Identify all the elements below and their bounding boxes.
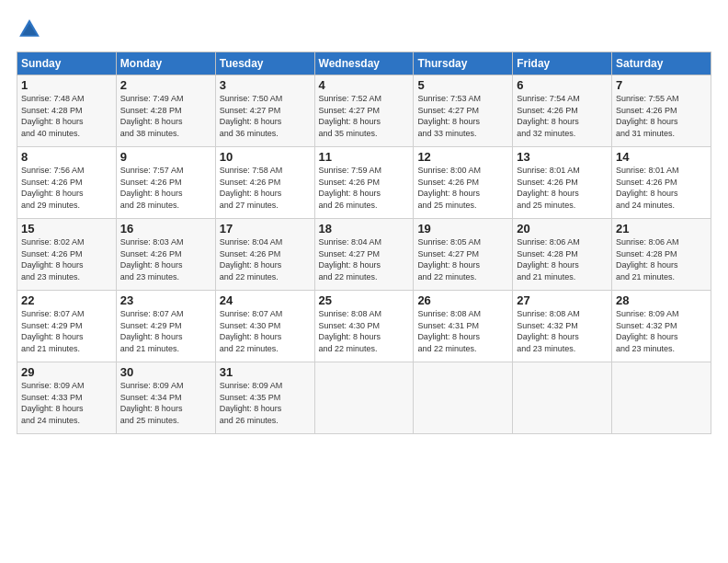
day-info: Sunrise: 8:00 AM Sunset: 4:26 PM Dayligh… bbox=[417, 166, 481, 210]
day-number: 27 bbox=[517, 293, 608, 307]
day-info: Sunrise: 7:53 AM Sunset: 4:27 PM Dayligh… bbox=[417, 94, 481, 138]
day-cell: 7Sunrise: 7:55 AM Sunset: 4:26 PM Daylig… bbox=[612, 75, 711, 147]
day-info: Sunrise: 8:09 AM Sunset: 4:34 PM Dayligh… bbox=[120, 381, 184, 425]
day-cell: 8Sunrise: 7:56 AM Sunset: 4:26 PM Daylig… bbox=[17, 147, 117, 219]
day-cell bbox=[414, 362, 513, 434]
day-cell: 2Sunrise: 7:49 AM Sunset: 4:28 PM Daylig… bbox=[116, 75, 215, 147]
week-row-2: 8Sunrise: 7:56 AM Sunset: 4:26 PM Daylig… bbox=[17, 147, 711, 219]
day-info: Sunrise: 8:08 AM Sunset: 4:31 PM Dayligh… bbox=[417, 309, 481, 353]
day-info: Sunrise: 7:54 AM Sunset: 4:26 PM Dayligh… bbox=[517, 94, 580, 138]
col-header-wednesday: Wednesday bbox=[314, 52, 414, 75]
day-number: 6 bbox=[517, 78, 608, 92]
day-info: Sunrise: 7:49 AM Sunset: 4:28 PM Dayligh… bbox=[120, 94, 184, 138]
day-cell: 9Sunrise: 7:57 AM Sunset: 4:26 PM Daylig… bbox=[116, 147, 215, 219]
day-number: 13 bbox=[517, 150, 608, 164]
day-info: Sunrise: 8:06 AM Sunset: 4:28 PM Dayligh… bbox=[616, 237, 679, 282]
day-number: 9 bbox=[120, 150, 211, 164]
day-cell: 27Sunrise: 8:08 AM Sunset: 4:32 PM Dayli… bbox=[513, 291, 612, 362]
week-row-5: 29Sunrise: 8:09 AM Sunset: 4:33 PM Dayli… bbox=[17, 362, 711, 434]
day-info: Sunrise: 8:09 AM Sunset: 4:35 PM Dayligh… bbox=[220, 381, 283, 425]
day-number: 8 bbox=[21, 150, 112, 164]
day-info: Sunrise: 7:56 AM Sunset: 4:26 PM Dayligh… bbox=[21, 166, 85, 210]
col-header-thursday: Thursday bbox=[414, 52, 513, 75]
day-number: 26 bbox=[417, 293, 508, 307]
col-header-sunday: Sunday bbox=[17, 52, 117, 75]
day-cell: 29Sunrise: 8:09 AM Sunset: 4:33 PM Dayli… bbox=[17, 362, 117, 434]
day-info: Sunrise: 7:48 AM Sunset: 4:28 PM Dayligh… bbox=[21, 94, 85, 138]
day-cell: 21Sunrise: 8:06 AM Sunset: 4:28 PM Dayli… bbox=[612, 219, 711, 291]
day-info: Sunrise: 8:06 AM Sunset: 4:28 PM Dayligh… bbox=[517, 237, 580, 282]
day-number: 29 bbox=[21, 365, 112, 379]
day-number: 19 bbox=[417, 222, 508, 236]
day-number: 23 bbox=[120, 293, 211, 307]
day-info: Sunrise: 8:09 AM Sunset: 4:32 PM Dayligh… bbox=[616, 309, 679, 353]
logo bbox=[17, 17, 46, 42]
day-info: Sunrise: 8:04 AM Sunset: 4:26 PM Dayligh… bbox=[220, 237, 283, 282]
day-info: Sunrise: 7:52 AM Sunset: 4:27 PM Dayligh… bbox=[319, 94, 382, 138]
day-cell: 1Sunrise: 7:48 AM Sunset: 4:28 PM Daylig… bbox=[17, 75, 117, 147]
day-number: 4 bbox=[319, 78, 410, 92]
day-cell bbox=[513, 362, 612, 434]
day-cell: 13Sunrise: 8:01 AM Sunset: 4:26 PM Dayli… bbox=[513, 147, 612, 219]
day-number: 3 bbox=[220, 78, 311, 92]
day-cell bbox=[314, 362, 414, 434]
day-cell: 15Sunrise: 8:02 AM Sunset: 4:26 PM Dayli… bbox=[17, 219, 117, 291]
day-info: Sunrise: 8:09 AM Sunset: 4:33 PM Dayligh… bbox=[21, 381, 85, 425]
day-info: Sunrise: 8:01 AM Sunset: 4:26 PM Dayligh… bbox=[616, 166, 679, 210]
week-row-1: 1Sunrise: 7:48 AM Sunset: 4:28 PM Daylig… bbox=[17, 75, 711, 147]
day-cell: 30Sunrise: 8:09 AM Sunset: 4:34 PM Dayli… bbox=[116, 362, 215, 434]
day-info: Sunrise: 8:02 AM Sunset: 4:26 PM Dayligh… bbox=[21, 237, 85, 282]
day-number: 21 bbox=[616, 222, 707, 236]
day-cell: 25Sunrise: 8:08 AM Sunset: 4:30 PM Dayli… bbox=[314, 291, 414, 362]
header bbox=[17, 17, 711, 42]
logo-icon bbox=[17, 17, 42, 42]
week-row-3: 15Sunrise: 8:02 AM Sunset: 4:26 PM Dayli… bbox=[17, 219, 711, 291]
day-info: Sunrise: 8:05 AM Sunset: 4:27 PM Dayligh… bbox=[417, 237, 481, 282]
col-header-tuesday: Tuesday bbox=[215, 52, 314, 75]
day-info: Sunrise: 8:08 AM Sunset: 4:32 PM Dayligh… bbox=[517, 309, 580, 353]
day-cell: 16Sunrise: 8:03 AM Sunset: 4:26 PM Dayli… bbox=[116, 219, 215, 291]
day-cell: 4Sunrise: 7:52 AM Sunset: 4:27 PM Daylig… bbox=[314, 75, 414, 147]
day-cell: 3Sunrise: 7:50 AM Sunset: 4:27 PM Daylig… bbox=[215, 75, 314, 147]
day-cell: 5Sunrise: 7:53 AM Sunset: 4:27 PM Daylig… bbox=[414, 75, 513, 147]
day-cell: 19Sunrise: 8:05 AM Sunset: 4:27 PM Dayli… bbox=[414, 219, 513, 291]
day-info: Sunrise: 7:59 AM Sunset: 4:26 PM Dayligh… bbox=[319, 166, 382, 210]
day-number: 30 bbox=[120, 365, 211, 379]
day-number: 17 bbox=[220, 222, 311, 236]
day-number: 11 bbox=[319, 150, 410, 164]
day-number: 15 bbox=[21, 222, 112, 236]
day-number: 31 bbox=[220, 365, 311, 379]
col-header-friday: Friday bbox=[513, 52, 612, 75]
day-cell: 31Sunrise: 8:09 AM Sunset: 4:35 PM Dayli… bbox=[215, 362, 314, 434]
day-info: Sunrise: 8:01 AM Sunset: 4:26 PM Dayligh… bbox=[517, 166, 580, 210]
day-cell: 28Sunrise: 8:09 AM Sunset: 4:32 PM Dayli… bbox=[612, 291, 711, 362]
day-number: 28 bbox=[616, 293, 707, 307]
day-number: 20 bbox=[517, 222, 608, 236]
day-cell: 12Sunrise: 8:00 AM Sunset: 4:26 PM Dayli… bbox=[414, 147, 513, 219]
day-info: Sunrise: 7:50 AM Sunset: 4:27 PM Dayligh… bbox=[220, 94, 283, 138]
day-cell: 23Sunrise: 8:07 AM Sunset: 4:29 PM Dayli… bbox=[116, 291, 215, 362]
day-number: 24 bbox=[220, 293, 311, 307]
day-info: Sunrise: 8:03 AM Sunset: 4:26 PM Dayligh… bbox=[120, 237, 184, 282]
day-info: Sunrise: 8:07 AM Sunset: 4:29 PM Dayligh… bbox=[120, 309, 184, 353]
calendar-header-row: SundayMondayTuesdayWednesdayThursdayFrid… bbox=[17, 52, 711, 75]
day-number: 18 bbox=[319, 222, 410, 236]
day-number: 16 bbox=[120, 222, 211, 236]
day-number: 25 bbox=[319, 293, 410, 307]
day-number: 1 bbox=[21, 78, 112, 92]
day-cell: 20Sunrise: 8:06 AM Sunset: 4:28 PM Dayli… bbox=[513, 219, 612, 291]
day-number: 2 bbox=[120, 78, 211, 92]
day-cell: 18Sunrise: 8:04 AM Sunset: 4:27 PM Dayli… bbox=[314, 219, 414, 291]
day-cell: 10Sunrise: 7:58 AM Sunset: 4:26 PM Dayli… bbox=[215, 147, 314, 219]
day-info: Sunrise: 8:04 AM Sunset: 4:27 PM Dayligh… bbox=[319, 237, 382, 282]
day-cell: 24Sunrise: 8:07 AM Sunset: 4:30 PM Dayli… bbox=[215, 291, 314, 362]
day-cell: 22Sunrise: 8:07 AM Sunset: 4:29 PM Dayli… bbox=[17, 291, 117, 362]
day-cell: 6Sunrise: 7:54 AM Sunset: 4:26 PM Daylig… bbox=[513, 75, 612, 147]
day-number: 5 bbox=[417, 78, 508, 92]
day-info: Sunrise: 7:58 AM Sunset: 4:26 PM Dayligh… bbox=[220, 166, 283, 210]
day-info: Sunrise: 7:55 AM Sunset: 4:26 PM Dayligh… bbox=[616, 94, 679, 138]
week-row-4: 22Sunrise: 8:07 AM Sunset: 4:29 PM Dayli… bbox=[17, 291, 711, 362]
col-header-saturday: Saturday bbox=[612, 52, 711, 75]
day-number: 7 bbox=[616, 78, 707, 92]
day-number: 14 bbox=[616, 150, 707, 164]
